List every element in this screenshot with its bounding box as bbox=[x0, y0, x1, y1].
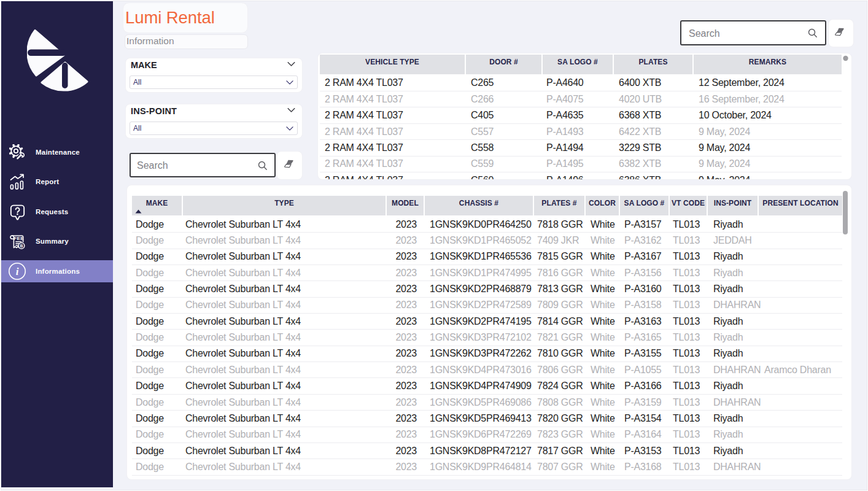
svg-text:B: B bbox=[20, 244, 23, 248]
svg-text:FEE: FEE bbox=[14, 236, 24, 241]
svg-text:i: i bbox=[16, 266, 19, 277]
